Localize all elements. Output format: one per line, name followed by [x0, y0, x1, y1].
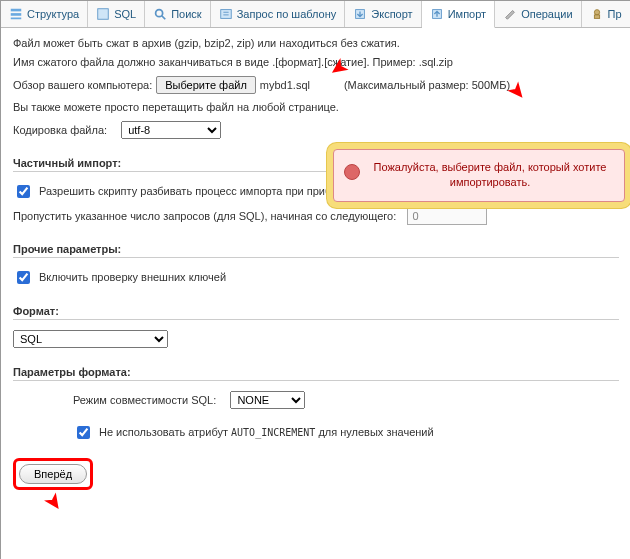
tab-label: Импорт [448, 8, 486, 20]
query-icon [219, 7, 233, 21]
no-autoincrement-label: Не использовать атрибут AUTO_INCREMENT д… [99, 426, 434, 438]
svg-rect-1 [11, 13, 22, 16]
tab-label: SQL [114, 8, 136, 20]
svg-line-5 [162, 16, 166, 20]
go-highlight: Вперёд [13, 458, 93, 490]
export-icon [353, 7, 367, 21]
tab-privileges[interactable]: Пр [582, 1, 630, 27]
tab-sql[interactable]: SQL [88, 1, 145, 27]
allow-split-checkbox[interactable] [17, 185, 30, 198]
svg-point-4 [156, 10, 163, 17]
structure-icon [9, 7, 23, 21]
tab-label: Поиск [171, 8, 201, 20]
choose-file-button[interactable]: Выберите файл [156, 76, 256, 94]
tab-label: Экспорт [371, 8, 412, 20]
chosen-filename: mybd1.sql [260, 79, 310, 91]
allow-split-label: Разрешить скрипту разбивать процесс импо… [39, 185, 343, 197]
svg-rect-2 [11, 18, 22, 20]
skip-queries-input[interactable] [407, 207, 487, 225]
other-params-title: Прочие параметры: [13, 243, 619, 258]
skip-queries-label: Пропустить указанное число запросов (для… [13, 210, 396, 222]
encoding-select[interactable]: utf-8 [121, 121, 221, 139]
browse-label: Обзор вашего компьютера: [13, 79, 152, 91]
import-icon [430, 7, 444, 21]
format-params-title: Параметры формата: [13, 366, 619, 381]
compat-mode-select[interactable]: NONE [230, 391, 305, 409]
drag-hint: Вы также можете просто перетащить файл н… [13, 100, 619, 115]
tab-label: Запрос по шаблону [237, 8, 337, 20]
search-icon [153, 7, 167, 21]
fk-check-checkbox[interactable] [17, 271, 30, 284]
fk-check-label: Включить проверку внешних ключей [39, 271, 226, 283]
tab-structure[interactable]: Структура [1, 1, 88, 27]
tab-operations[interactable]: Операции [495, 1, 581, 27]
format-title: Формат: [13, 305, 619, 320]
svg-rect-3 [98, 9, 109, 20]
svg-rect-6 [220, 10, 231, 19]
error-icon [344, 164, 360, 180]
intro-line2: Имя сжатого файла должно заканчиваться в… [13, 55, 619, 70]
encoding-label: Кодировка файла: [13, 124, 107, 136]
tab-search[interactable]: Поиск [145, 1, 210, 27]
format-select[interactable]: SQL [13, 330, 168, 348]
compat-mode-label: Режим совместимости SQL: [73, 394, 216, 406]
operations-icon [503, 7, 517, 21]
tab-export[interactable]: Экспорт [345, 1, 421, 27]
privileges-icon [590, 7, 604, 21]
intro-line1: Файл может быть сжат в архив (gzip, bzip… [13, 36, 619, 51]
max-size-label: (Максимальный размер: 500МБ) [344, 79, 510, 91]
sql-icon [96, 7, 110, 21]
svg-rect-12 [594, 15, 599, 19]
tab-label: Структура [27, 8, 79, 20]
error-notice: Пожалуйста, выберите файл, который хотит… [333, 149, 625, 202]
top-tabs: Структура SQL Поиск Запрос по шаблону Эк… [1, 1, 630, 28]
svg-point-11 [594, 10, 599, 15]
no-autoincrement-checkbox[interactable] [77, 426, 90, 439]
tab-import[interactable]: Импорт [422, 1, 495, 28]
go-button[interactable]: Вперёд [19, 464, 87, 484]
tab-label: Пр [608, 8, 622, 20]
error-text: Пожалуйста, выберите файл, который хотит… [374, 161, 607, 188]
svg-rect-0 [11, 9, 22, 12]
tab-query[interactable]: Запрос по шаблону [211, 1, 346, 27]
tab-label: Операции [521, 8, 572, 20]
